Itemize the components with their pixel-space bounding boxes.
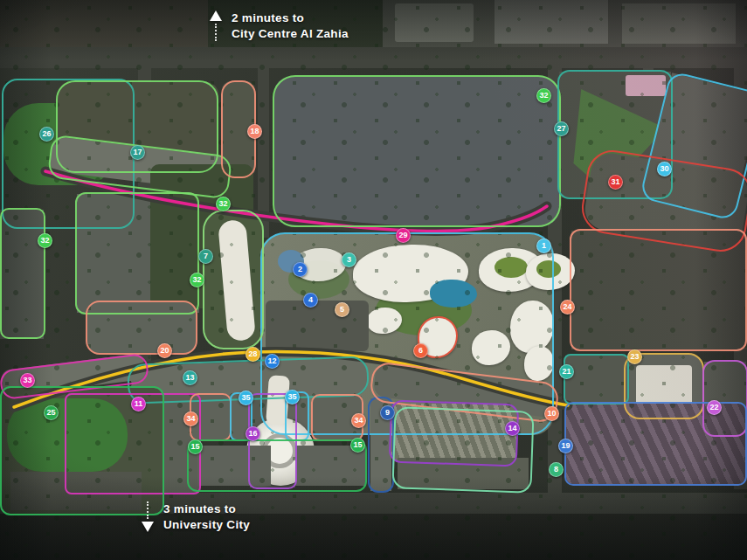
backdrop-patch xyxy=(398,458,529,489)
backdrop-patch xyxy=(0,514,747,560)
direction-bottom-line1: 3 minutes to xyxy=(163,501,250,517)
backdrop-patch xyxy=(0,210,44,339)
marker-19[interactable]: 19 xyxy=(558,439,573,453)
backdrop-patch xyxy=(622,3,736,44)
marker-18[interactable]: 18 xyxy=(247,124,262,139)
marker-27[interactable]: 27 xyxy=(554,121,569,136)
backdrop-patch xyxy=(274,77,559,225)
down-triangle-icon xyxy=(142,522,154,532)
backdrop-patch xyxy=(636,365,692,405)
marker-5[interactable]: 5 xyxy=(335,302,349,317)
marker-20[interactable]: 20 xyxy=(157,343,172,358)
marker-7[interactable]: 7 xyxy=(198,249,213,264)
marker-21[interactable]: 21 xyxy=(559,364,574,379)
dotted-line xyxy=(147,501,149,519)
canopy-garden xyxy=(536,260,561,278)
marker-32[interactable]: 32 xyxy=(216,197,231,211)
marker-22[interactable]: 22 xyxy=(707,400,722,415)
marker-13[interactable]: 13 xyxy=(183,370,197,385)
backdrop-patch xyxy=(87,302,196,353)
dotted-line xyxy=(215,24,217,41)
sports-field xyxy=(7,398,128,472)
marker-11[interactable]: 11 xyxy=(131,397,146,411)
marker-34[interactable]: 34 xyxy=(183,411,198,426)
direction-label-bottom: 3 minutes to University City xyxy=(142,501,250,533)
up-triangle-icon xyxy=(210,10,222,21)
backdrop-patch xyxy=(197,446,271,486)
marker-2[interactable]: 2 xyxy=(293,262,308,277)
backdrop-patch xyxy=(10,472,142,510)
canopy-garden xyxy=(495,257,528,278)
backdrop-patch xyxy=(0,0,208,47)
backdrop-patch xyxy=(571,231,747,349)
marker-26[interactable]: 26 xyxy=(39,127,54,142)
direction-top-line1: 2 minutes to xyxy=(232,10,349,26)
marker-32[interactable]: 32 xyxy=(536,88,551,103)
park-pond xyxy=(430,280,477,308)
marker-15[interactable]: 15 xyxy=(188,439,203,454)
marker-9[interactable]: 9 xyxy=(380,405,395,420)
marker-14[interactable]: 14 xyxy=(505,421,520,436)
backdrop-patch xyxy=(395,3,474,42)
marker-35[interactable]: 35 xyxy=(285,390,300,404)
marker-33[interactable]: 33 xyxy=(20,373,35,388)
marker-31[interactable]: 31 xyxy=(608,175,623,190)
marker-32[interactable]: 32 xyxy=(38,233,52,248)
masterplan-map: 1234567891011121314151516171819202122232… xyxy=(0,0,747,560)
backdrop-patch xyxy=(391,404,516,463)
marker-6[interactable]: 6 xyxy=(413,343,428,358)
marker-28[interactable]: 28 xyxy=(246,347,260,362)
marker-25[interactable]: 25 xyxy=(44,405,59,420)
road-top xyxy=(0,47,747,68)
direction-bottom-line2: University City xyxy=(163,517,250,533)
backdrop-patch xyxy=(565,356,627,403)
marker-29[interactable]: 29 xyxy=(396,228,411,243)
marker-35[interactable]: 35 xyxy=(239,391,253,405)
direction-top-line2: City Centre Al Zahia xyxy=(232,26,349,42)
direction-label-top: 2 minutes to City Centre Al Zahia xyxy=(210,10,349,42)
marker-1[interactable]: 1 xyxy=(536,239,551,253)
marker-23[interactable]: 23 xyxy=(627,349,642,364)
backdrop-patch xyxy=(495,0,608,44)
backdrop-patch xyxy=(626,75,666,96)
marker-16[interactable]: 16 xyxy=(246,426,260,441)
backdrop-patch xyxy=(566,404,745,484)
marker-32[interactable]: 32 xyxy=(190,273,204,287)
road-vertical xyxy=(258,49,269,238)
marker-17[interactable]: 17 xyxy=(130,145,145,160)
marker-30[interactable]: 30 xyxy=(657,162,672,176)
marker-3[interactable]: 3 xyxy=(342,252,356,267)
marker-34[interactable]: 34 xyxy=(351,413,366,428)
parking-lot xyxy=(266,301,369,351)
marker-24[interactable]: 24 xyxy=(560,300,575,315)
marker-4[interactable]: 4 xyxy=(303,293,318,308)
marker-8[interactable]: 8 xyxy=(549,462,564,477)
marker-15[interactable]: 15 xyxy=(350,438,365,453)
marker-12[interactable]: 12 xyxy=(265,354,280,369)
marker-10[interactable]: 10 xyxy=(544,406,559,421)
